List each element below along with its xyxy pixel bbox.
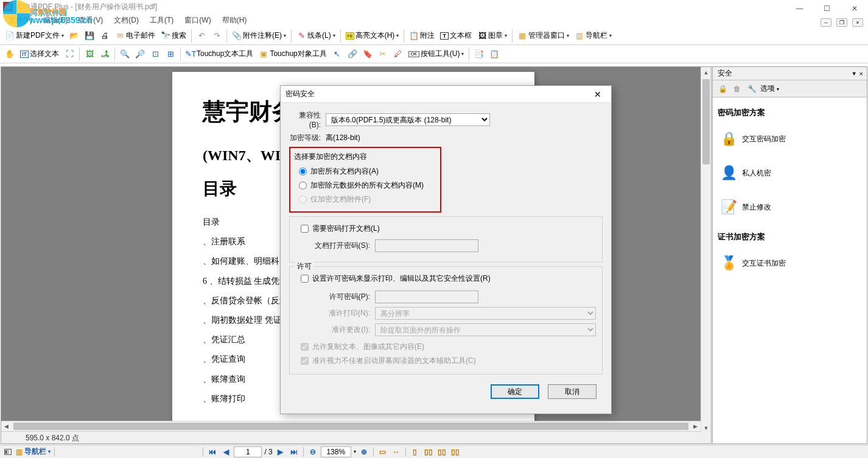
allow-change-select: 除提取页面外的所有操作 [375, 323, 596, 336]
require-open-pwd-check[interactable]: 需要密码打开文档(L) [296, 222, 596, 236]
set-perm-pwd-check[interactable]: 设置许可密码来显示打印、编辑以及其它安全性设置(R) [296, 272, 596, 286]
compat-label: 兼容性(B): [289, 110, 326, 129]
level-label: 加密等级: [289, 133, 326, 143]
checkbox-input[interactable] [301, 275, 309, 283]
password-security-dialog: 密码安全 ✕ 兼容性(B): 版本6.0(PDF1.5)或更高版本 (128-b… [280, 85, 612, 414]
checkbox-input [301, 357, 309, 365]
dialog-titlebar[interactable]: 密码安全 ✕ [281, 86, 611, 103]
permission-group: 许可 设置许可密码来显示打印、编辑以及其它安全性设置(R) 许可密码(P): 准… [289, 266, 603, 375]
dialog-footer: 确定 取消 [289, 378, 603, 406]
allow-print-select: 高分辨率 [375, 307, 596, 320]
radio-input[interactable] [299, 167, 307, 175]
checkbox-input[interactable] [301, 225, 309, 233]
perm-pwd-label: 许可密码(P): [296, 292, 375, 302]
allow-reader-label: 准许视力不佳者启动屏幕阅读器的文本辅助工具(C) [312, 356, 476, 366]
ok-button[interactable]: 确定 [491, 384, 539, 399]
open-password-group: 需要密码打开文档(L) 文档打开密码(S): [289, 216, 603, 262]
level-value: 高(128-bit) [326, 133, 360, 143]
allow-print-label: 准许打印(N): [296, 308, 375, 319]
encrypt-content-group: 选择要加密的文档内容 加密所有文档内容(A) 加密除元数据外的所有文档内容(M)… [289, 147, 441, 213]
perm-pwd-input [375, 291, 478, 303]
allow-copy-check: 允许复制文本、图像或其它内容(E) [296, 340, 596, 354]
open-pwd-label: 文档打开密码(S): [296, 241, 375, 251]
compat-select[interactable]: 版本6.0(PDF1.5)或更高版本 (128-bit) [326, 113, 490, 126]
encrypt-meta-label: 加密除元数据外的所有文档内容(M) [310, 180, 424, 191]
open-pwd-input [375, 239, 478, 252]
encrypt-except-meta-radio[interactable]: 加密除元数据外的所有文档内容(M) [294, 178, 436, 192]
radio-input [299, 196, 307, 203]
allow-copy-label: 允许复制文本、图像或其它内容(E) [312, 342, 424, 352]
dialog-title: 密码安全 [285, 89, 315, 99]
checkbox-input [301, 343, 309, 351]
radio-input[interactable] [299, 181, 307, 189]
dialog-close-button[interactable]: ✕ [589, 87, 606, 102]
set-perm-pwd-label: 设置许可密码来显示打印、编辑以及其它安全性设置(R) [312, 273, 491, 284]
watermark-logo [3, 0, 30, 27]
require-open-pwd-label: 需要密码打开文档(L) [312, 224, 380, 234]
allow-change-label: 准许更改(I): [296, 325, 375, 335]
encrypt-group-title: 选择要加密的文档内容 [294, 152, 436, 162]
encrypt-attach-radio: 仅加密文档附件(F) [294, 192, 436, 206]
encrypt-all-radio[interactable]: 加密所有文档内容(A) [294, 164, 436, 178]
dialog-overlay: 密码安全 ✕ 兼容性(B): 版本6.0(PDF1.5)或更高版本 (128-b… [0, 0, 868, 458]
encrypt-attach-label: 仅加密文档附件(F) [310, 194, 371, 205]
perm-group-title: 许可 [295, 261, 314, 272]
encrypt-all-label: 加密所有文档内容(A) [310, 166, 379, 177]
allow-reader-check: 准许视力不佳者启动屏幕阅读器的文本辅助工具(C) [296, 354, 596, 368]
cancel-button[interactable]: 取消 [548, 384, 597, 399]
